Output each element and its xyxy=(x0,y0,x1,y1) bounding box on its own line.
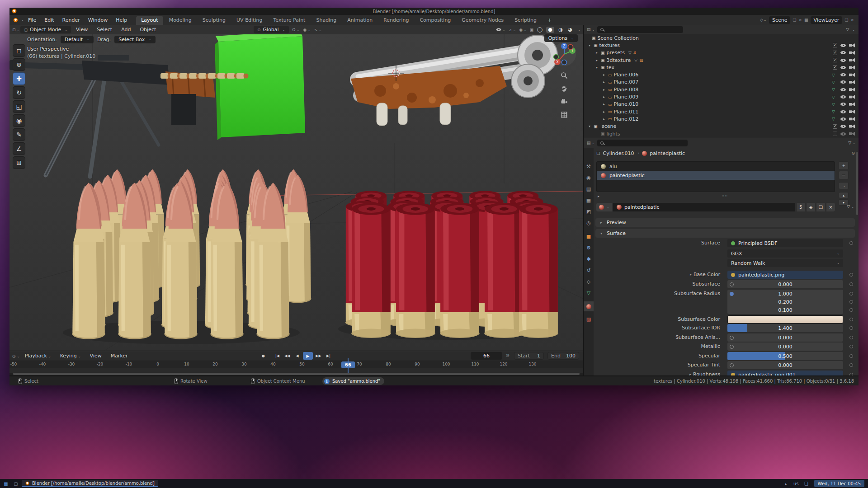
window-titlebar[interactable]: Blender [/home/amalie/Desktop/blender/am… xyxy=(9,8,859,15)
expander-icon[interactable]: ▸ xyxy=(602,95,606,99)
navigation-gizmo[interactable]: Z Y X xyxy=(552,42,577,67)
render-visibility-icon[interactable] xyxy=(849,88,855,92)
render-visibility-icon[interactable] xyxy=(849,117,855,121)
menu-window[interactable]: Window xyxy=(84,16,112,24)
cursor-tool-button[interactable]: ⊕ xyxy=(13,58,25,71)
animate-dot[interactable] xyxy=(849,282,853,286)
hide-eye-icon[interactable] xyxy=(840,44,846,47)
panel-preview[interactable]: ▸ Preview xyxy=(595,218,855,227)
jump-to-end-button[interactable]: ▶| xyxy=(324,352,333,360)
viewlayer-copy-icon[interactable]: ❏ xyxy=(844,18,848,22)
timeline-track[interactable] xyxy=(9,368,583,373)
proportional-editing-icon[interactable]: ◉⌄ xyxy=(303,28,311,32)
start-frame-field[interactable]: Start1 xyxy=(514,352,544,360)
outliner-row-plane[interactable]: ▸ ▭ Plane.006 ▽ xyxy=(584,71,859,78)
saved-report-message[interactable]: i Saved "ammo.blend" xyxy=(322,377,384,385)
outliner-row-plane[interactable]: ▸ ▭ Plane.011 ▽ xyxy=(584,108,859,115)
subsurface-color-swatch[interactable] xyxy=(727,315,843,324)
collection-checkbox[interactable] xyxy=(833,124,837,129)
zoom-icon[interactable] xyxy=(560,71,569,80)
subsurface-field[interactable]: 0.000 xyxy=(727,280,843,288)
gizmo-z-label[interactable]: Z xyxy=(563,44,566,48)
tab-object-data-icon[interactable]: ▽ xyxy=(584,288,594,298)
tab-world-icon[interactable]: ◎ xyxy=(584,218,594,228)
next-keyframe-button[interactable]: ▶▶ xyxy=(314,352,323,360)
hide-eye-icon[interactable] xyxy=(840,80,846,84)
outliner-row-lights[interactable]: ▣ lights xyxy=(584,130,859,137)
outliner-row-plane[interactable]: ▸ ▭ Plane.008 ▽ xyxy=(584,86,859,93)
render-visibility-icon[interactable] xyxy=(849,66,855,70)
expander-icon[interactable]: ▸ xyxy=(690,271,692,279)
playhead-marker[interactable]: 66 xyxy=(341,361,355,368)
tab-physics-icon[interactable]: ↺ xyxy=(584,265,594,275)
expander-icon[interactable]: ▸ xyxy=(602,88,606,92)
workspace-tab-uv-editing[interactable]: UV Editing xyxy=(231,16,267,25)
animate-dot[interactable] xyxy=(849,345,853,348)
viewport-3d-scene[interactable] xyxy=(9,34,583,351)
expander-icon[interactable]: ▸ xyxy=(602,80,606,84)
hide-eye-icon[interactable] xyxy=(840,117,846,121)
outliner-row-scene-collection[interactable]: ▣ Scene Collection xyxy=(584,34,859,42)
shading-material-icon[interactable]: ◑ xyxy=(557,27,564,33)
overlays-toggle-icon[interactable]: ◉⌄ xyxy=(519,28,527,32)
keyboard-layout-indicator[interactable]: us xyxy=(793,481,799,486)
tab-modifiers-icon[interactable]: ⚙ xyxy=(584,243,594,253)
prev-keyframe-button[interactable]: ◀◀ xyxy=(283,352,292,360)
orientation-dropdown[interactable]: Default ⌄ xyxy=(61,36,94,43)
hide-eye-icon[interactable] xyxy=(840,73,846,76)
move-tool-button[interactable]: ✚ xyxy=(13,72,25,85)
material-name-field[interactable]: paintedplastic xyxy=(613,203,795,211)
menu-file[interactable]: File xyxy=(24,16,40,24)
falloff-curve-icon[interactable]: ∿⌄ xyxy=(314,28,321,32)
timeline-editor-type-icon[interactable]: ◷⌄ xyxy=(12,354,20,358)
viewport-3d[interactable]: Orientation: Default ⌄ Drag: Select Box … xyxy=(9,34,583,351)
timeline-scrollbar[interactable] xyxy=(9,373,583,375)
use-preview-range-icon[interactable]: ◷ xyxy=(506,353,509,357)
measure-tool-button[interactable]: ∠ xyxy=(13,142,25,155)
animate-dot[interactable] xyxy=(849,354,853,358)
list-resize-grip[interactable]: ▸ ∷∷ xyxy=(596,193,849,199)
shading-rendered-icon[interactable]: ◕ xyxy=(567,27,573,33)
outliner-row-tex[interactable]: ▾ ▣ tex xyxy=(584,64,859,71)
expander-icon[interactable]: ▾ xyxy=(587,124,592,128)
outliner-row-plane[interactable]: ▸ ▭ Plane.010 ▽ xyxy=(584,101,859,108)
tab-material-icon[interactable] xyxy=(584,301,594,311)
editor-type-icon[interactable]: ⊞⌄ xyxy=(12,28,19,32)
material-specials-icon[interactable]: ▽⌄ xyxy=(847,204,854,209)
current-frame-field[interactable]: 66 xyxy=(471,352,502,360)
properties-filter-icon[interactable]: ▽⌄ xyxy=(848,141,855,145)
menu-edit[interactable]: Edit xyxy=(40,16,58,24)
expander-icon[interactable]: ▸ xyxy=(602,102,606,106)
animate-dot[interactable] xyxy=(849,318,853,321)
outliner-editor-type-icon[interactable]: ▤⌄ xyxy=(587,27,594,32)
hide-eye-icon[interactable] xyxy=(840,66,846,69)
workspace-tab-scripting[interactable]: Scripting xyxy=(509,16,542,25)
properties-scrollbar[interactable] xyxy=(856,152,858,215)
jump-to-start-button[interactable]: |◀ xyxy=(273,352,282,360)
tab-constraints-icon[interactable]: ◇ xyxy=(584,277,594,286)
gizmos-toggle-icon[interactable]: ⊿⌄ xyxy=(508,28,515,32)
animate-dot[interactable] xyxy=(849,308,853,312)
transform-tool-button[interactable]: ◉ xyxy=(13,114,25,127)
add-workspace-button[interactable]: + xyxy=(542,16,557,25)
animate-dot[interactable] xyxy=(849,363,853,367)
users-count-button[interactable]: 5 xyxy=(796,203,805,211)
taskbar-window-button[interactable]: Blender [/home/amalie/Desktop/blender/am… xyxy=(22,480,158,487)
hide-eye-icon[interactable] xyxy=(840,51,846,54)
animate-dot[interactable] xyxy=(849,373,853,375)
shading-chevron-icon[interactable]: ⌄ xyxy=(578,28,580,32)
outliner-row-3dtexture[interactable]: ▸ ▣ 3dtexture ▽ ▨ xyxy=(584,56,859,64)
tab-particles-icon[interactable]: ✱ xyxy=(584,254,594,264)
browse-material-button[interactable]: ⌄ xyxy=(596,203,612,211)
material-slot-alu[interactable]: alu xyxy=(597,162,835,171)
hide-eye-icon[interactable] xyxy=(840,88,846,91)
subsurface-ior-slider[interactable]: 1.400 xyxy=(727,324,843,332)
render-visibility-icon[interactable] xyxy=(849,58,855,62)
surface-shader-field[interactable]: Principled BSDF xyxy=(727,239,843,247)
gizmo-x-label[interactable]: X xyxy=(556,60,559,64)
tab-object-icon[interactable]: ■ xyxy=(584,231,594,241)
animate-dot[interactable] xyxy=(849,273,853,277)
animate-dot[interactable] xyxy=(849,336,853,339)
menu-help[interactable]: Help xyxy=(112,16,131,24)
timeline-menu-keying[interactable]: Keying⌄ xyxy=(56,352,85,360)
